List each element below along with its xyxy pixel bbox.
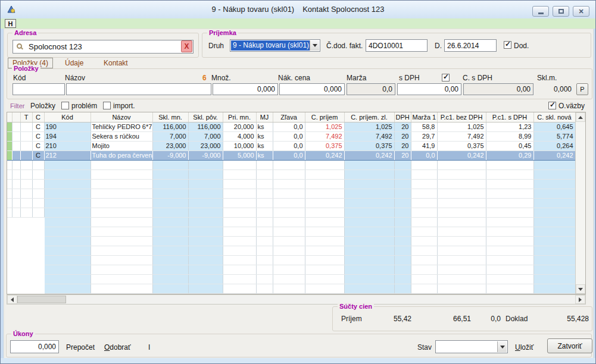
grid-cell[interactable]: Sekera s rúčkou bbox=[91, 131, 152, 141]
grid-cell[interactable]: 0,375 bbox=[344, 141, 394, 150]
grid-cell[interactable]: 4,000 bbox=[223, 131, 256, 141]
problem-checkbox[interactable] bbox=[61, 102, 69, 109]
column-header[interactable]: Názov bbox=[91, 112, 152, 122]
nazov-input[interactable] bbox=[66, 83, 211, 95]
column-header[interactable]: Kód bbox=[44, 112, 91, 122]
grid-cell[interactable]: Tehličky PEDRO 6*7,5 bbox=[91, 122, 152, 131]
column-header[interactable]: DPH bbox=[394, 112, 411, 122]
grid-cell[interactable]: 29,7 bbox=[411, 131, 437, 141]
tab-kontakt[interactable]: Kontakt bbox=[104, 59, 128, 67]
grid-cell[interactable]: 5,000 bbox=[223, 150, 256, 160]
column-header[interactable]: Skl. mn. bbox=[152, 112, 188, 122]
dod-checkbox[interactable] bbox=[504, 41, 511, 49]
column-header[interactable]: P.c1. bez DPH bbox=[437, 112, 486, 122]
p-button[interactable]: P bbox=[576, 83, 588, 95]
grid-cell[interactable]: 0,375 bbox=[305, 141, 344, 150]
grid-cell[interactable]: 0,29 bbox=[486, 150, 533, 160]
column-header[interactable]: Skl. pôv. bbox=[188, 112, 223, 122]
zatvorit-button[interactable]: Zatvoriť bbox=[547, 338, 592, 353]
h-toggle-button[interactable]: H bbox=[5, 19, 16, 28]
column-header[interactable]: P.c1. s DPH bbox=[486, 112, 533, 122]
grid-cell[interactable]: C bbox=[32, 150, 44, 160]
s-dph-checkbox[interactable] bbox=[442, 74, 450, 81]
grid-cell[interactable]: ks bbox=[256, 122, 273, 131]
scroll-left-button[interactable] bbox=[7, 295, 17, 304]
grid-cell[interactable] bbox=[20, 122, 32, 131]
grid-cell[interactable]: 10,000 bbox=[223, 141, 256, 150]
kod-input[interactable] bbox=[13, 83, 65, 95]
grid-cell[interactable]: -9,000 bbox=[152, 150, 188, 160]
i-action[interactable]: I bbox=[148, 343, 150, 352]
column-header[interactable]: Marža 1 bbox=[411, 112, 437, 122]
odobrat-action[interactable]: Odobrať bbox=[104, 343, 131, 352]
grid-cell[interactable]: 0,242 bbox=[344, 150, 394, 160]
restore-button[interactable] bbox=[553, 6, 569, 17]
grid-cell[interactable]: 20 bbox=[394, 150, 411, 160]
grid-cell[interactable]: 20 bbox=[394, 122, 411, 131]
druh-dropdown-button[interactable] bbox=[310, 40, 319, 51]
grid-cell[interactable]: 0,0 bbox=[273, 141, 305, 150]
grid-cell[interactable] bbox=[20, 141, 32, 150]
scroll-down-button[interactable] bbox=[576, 284, 585, 294]
grid-cell[interactable]: 7,000 bbox=[188, 131, 223, 141]
grid-cell[interactable]: 0,0 bbox=[411, 150, 437, 160]
stav-select[interactable] bbox=[435, 340, 508, 353]
column-header[interactable]: C bbox=[32, 112, 44, 122]
grid-cell[interactable]: 0,242 bbox=[437, 150, 486, 160]
clear-address-button[interactable]: X bbox=[181, 40, 192, 52]
grid-cell[interactable]: 1,025 bbox=[305, 122, 344, 131]
grid-cell[interactable]: 0,242 bbox=[305, 150, 344, 160]
grid-cell[interactable]: 23,000 bbox=[188, 141, 223, 150]
amount-input[interactable] bbox=[10, 340, 59, 353]
nak-cena-input[interactable] bbox=[279, 83, 345, 95]
grid-cell[interactable]: 1,025 bbox=[437, 122, 486, 131]
s-dph-input[interactable] bbox=[397, 83, 461, 95]
grid-cell[interactable]: 116,000 bbox=[188, 122, 223, 131]
prepocet-action[interactable]: Prepočet bbox=[66, 343, 95, 352]
marza-input[interactable] bbox=[347, 83, 395, 95]
address-search-input[interactable] bbox=[13, 40, 194, 54]
grid-cell[interactable]: 0,242 bbox=[533, 150, 575, 160]
grid-cell[interactable]: 58,8 bbox=[411, 122, 437, 131]
grid-cell[interactable]: C bbox=[32, 122, 44, 131]
tab-udaje[interactable]: Údaje bbox=[65, 59, 83, 67]
column-header[interactable]: Pri. mn. bbox=[223, 112, 256, 122]
grid-cell[interactable]: 41,9 bbox=[411, 141, 437, 150]
c-s-dph-input[interactable] bbox=[463, 83, 533, 95]
grid-cell[interactable]: 0,375 bbox=[437, 141, 486, 150]
scroll-right-button[interactable] bbox=[575, 295, 585, 304]
grid-cell[interactable]: 190 bbox=[44, 122, 91, 131]
invoice-number-input[interactable] bbox=[366, 39, 428, 52]
grid-cell[interactable]: 0,264 bbox=[533, 141, 575, 150]
grid-cell[interactable]: 194 bbox=[44, 131, 91, 141]
grid-cell[interactable]: ks bbox=[256, 141, 273, 150]
grid-cell[interactable]: 8,99 bbox=[486, 131, 533, 141]
column-header[interactable]: MJ bbox=[256, 112, 273, 122]
grid-cell[interactable]: 212 bbox=[44, 150, 91, 160]
grid-cell[interactable]: -9,000 bbox=[188, 150, 223, 160]
mnoz-input[interactable] bbox=[213, 83, 278, 95]
grid-cell[interactable]: 0,0 bbox=[273, 150, 305, 160]
ulozit-action[interactable]: Uložiť bbox=[515, 343, 533, 352]
grid-cell[interactable]: 20 bbox=[394, 141, 411, 150]
grid-cell[interactable]: 20,000 bbox=[223, 122, 256, 131]
grid-cell[interactable]: 7,492 bbox=[344, 131, 394, 141]
scroll-up-button[interactable] bbox=[576, 112, 585, 122]
hscroll-track[interactable] bbox=[66, 295, 575, 304]
column-header[interactable]: Zľava bbox=[273, 112, 305, 122]
column-header[interactable]: C. skl. nová bbox=[533, 112, 575, 122]
grid-cell[interactable]: 7,000 bbox=[152, 131, 188, 141]
grid-cell[interactable] bbox=[20, 150, 32, 160]
grid-cell[interactable]: 7,492 bbox=[305, 131, 344, 141]
grid-cell[interactable]: 1,025 bbox=[344, 122, 394, 131]
grid-cell[interactable]: 0,645 bbox=[533, 122, 575, 131]
grid-cell[interactable]: ks bbox=[256, 131, 273, 141]
minimize-button[interactable] bbox=[532, 6, 549, 17]
grid-cell[interactable] bbox=[20, 131, 32, 141]
column-header[interactable]: C. príjem bbox=[305, 112, 344, 122]
grid-cell[interactable]: 1,23 bbox=[486, 122, 533, 131]
grid-cell[interactable]: 210 bbox=[44, 141, 91, 150]
column-header[interactable]: C. príjem. zl. bbox=[344, 112, 394, 122]
druh-select[interactable]: 9 - Nákup tovaru (skl01) bbox=[230, 39, 320, 52]
grid-cell[interactable]: Mojito bbox=[91, 141, 152, 150]
